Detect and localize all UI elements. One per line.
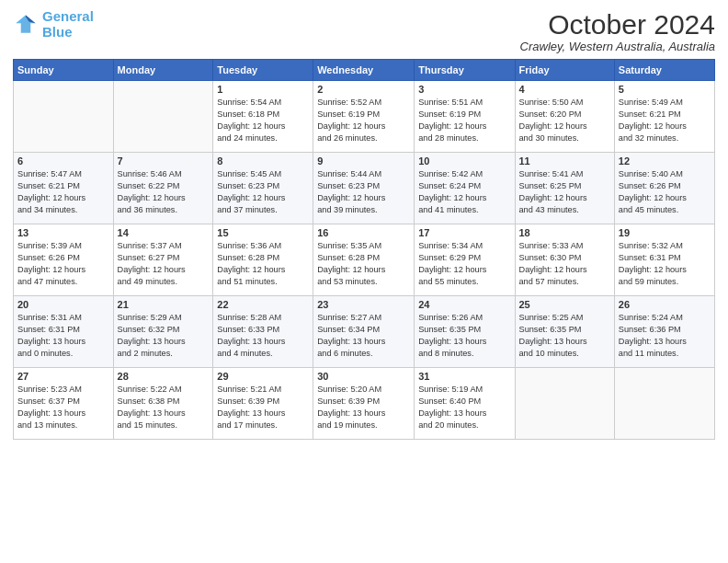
day-info: Sunrise: 5:33 AM Sunset: 6:30 PM Dayligh… bbox=[519, 240, 610, 288]
logo: GeneralBlue bbox=[13, 9, 94, 40]
calendar-day-header: Monday bbox=[113, 60, 213, 81]
calendar-cell: 24Sunrise: 5:26 AM Sunset: 6:35 PM Dayli… bbox=[415, 296, 515, 368]
day-info: Sunrise: 5:26 AM Sunset: 6:35 PM Dayligh… bbox=[418, 312, 510, 360]
day-number: 13 bbox=[17, 227, 109, 238]
calendar-cell: 27Sunrise: 5:23 AM Sunset: 6:37 PM Dayli… bbox=[14, 368, 114, 440]
day-info: Sunrise: 5:29 AM Sunset: 6:32 PM Dayligh… bbox=[118, 312, 210, 360]
day-number: 30 bbox=[317, 371, 410, 382]
day-info: Sunrise: 5:45 AM Sunset: 6:23 PM Dayligh… bbox=[217, 168, 309, 216]
day-info: Sunrise: 5:54 AM Sunset: 6:18 PM Dayligh… bbox=[217, 97, 309, 144]
calendar-cell: 5Sunrise: 5:49 AM Sunset: 6:21 PM Daylig… bbox=[614, 81, 714, 153]
day-number: 10 bbox=[418, 155, 510, 167]
day-number: 21 bbox=[118, 299, 210, 310]
day-info: Sunrise: 5:42 AM Sunset: 6:24 PM Dayligh… bbox=[418, 168, 510, 216]
calendar-week-row: 27Sunrise: 5:23 AM Sunset: 6:37 PM Dayli… bbox=[14, 368, 715, 440]
calendar-cell: 29Sunrise: 5:21 AM Sunset: 6:39 PM Dayli… bbox=[213, 368, 313, 440]
calendar-week-row: 13Sunrise: 5:39 AM Sunset: 6:26 PM Dayli… bbox=[14, 224, 715, 296]
day-info: Sunrise: 5:21 AM Sunset: 6:39 PM Dayligh… bbox=[217, 384, 309, 431]
calendar-cell: 4Sunrise: 5:50 AM Sunset: 6:20 PM Daylig… bbox=[515, 81, 614, 153]
location: Crawley, Western Australia, Australia bbox=[520, 40, 715, 53]
day-number: 29 bbox=[217, 371, 309, 382]
day-info: Sunrise: 5:35 AM Sunset: 6:28 PM Dayligh… bbox=[317, 240, 410, 288]
day-number: 5 bbox=[619, 84, 711, 95]
day-info: Sunrise: 5:20 AM Sunset: 6:39 PM Dayligh… bbox=[317, 384, 410, 431]
calendar-day-header: Saturday bbox=[614, 60, 714, 81]
day-number: 17 bbox=[418, 227, 510, 238]
calendar-header-row: SundayMondayTuesdayWednesdayThursdayFrid… bbox=[14, 60, 715, 81]
day-number: 8 bbox=[217, 155, 309, 167]
day-number: 28 bbox=[118, 371, 210, 382]
day-info: Sunrise: 5:19 AM Sunset: 6:40 PM Dayligh… bbox=[418, 384, 510, 431]
day-info: Sunrise: 5:39 AM Sunset: 6:26 PM Dayligh… bbox=[17, 240, 109, 288]
calendar-week-row: 20Sunrise: 5:31 AM Sunset: 6:31 PM Dayli… bbox=[14, 296, 715, 368]
calendar-cell: 20Sunrise: 5:31 AM Sunset: 6:31 PM Dayli… bbox=[14, 296, 114, 368]
day-number: 22 bbox=[217, 299, 309, 310]
day-number: 27 bbox=[17, 371, 109, 382]
calendar-cell: 8Sunrise: 5:45 AM Sunset: 6:23 PM Daylig… bbox=[213, 153, 313, 224]
day-number: 15 bbox=[217, 227, 309, 238]
calendar-cell: 15Sunrise: 5:36 AM Sunset: 6:28 PM Dayli… bbox=[213, 224, 313, 296]
calendar-week-row: 1Sunrise: 5:54 AM Sunset: 6:18 PM Daylig… bbox=[14, 81, 715, 153]
calendar-cell: 17Sunrise: 5:34 AM Sunset: 6:29 PM Dayli… bbox=[415, 224, 515, 296]
day-info: Sunrise: 5:36 AM Sunset: 6:28 PM Dayligh… bbox=[217, 240, 309, 288]
day-number: 16 bbox=[317, 227, 410, 238]
day-number: 19 bbox=[619, 227, 711, 238]
day-number: 24 bbox=[418, 299, 510, 310]
calendar-cell: 31Sunrise: 5:19 AM Sunset: 6:40 PM Dayli… bbox=[415, 368, 515, 440]
day-info: Sunrise: 5:51 AM Sunset: 6:19 PM Dayligh… bbox=[418, 97, 510, 144]
calendar-week-row: 6Sunrise: 5:47 AM Sunset: 6:21 PM Daylig… bbox=[14, 153, 715, 224]
day-info: Sunrise: 5:24 AM Sunset: 6:36 PM Dayligh… bbox=[619, 312, 711, 360]
title-block: October 2024 Crawley, Western Australia,… bbox=[520, 9, 715, 53]
day-info: Sunrise: 5:37 AM Sunset: 6:27 PM Dayligh… bbox=[118, 240, 210, 288]
day-info: Sunrise: 5:46 AM Sunset: 6:22 PM Dayligh… bbox=[118, 168, 210, 216]
calendar-cell: 22Sunrise: 5:28 AM Sunset: 6:33 PM Dayli… bbox=[213, 296, 313, 368]
day-number: 25 bbox=[519, 299, 610, 310]
day-info: Sunrise: 5:25 AM Sunset: 6:35 PM Dayligh… bbox=[519, 312, 610, 360]
day-number: 20 bbox=[17, 299, 109, 310]
calendar-day-header: Wednesday bbox=[313, 60, 415, 81]
calendar-cell: 11Sunrise: 5:41 AM Sunset: 6:25 PM Dayli… bbox=[515, 153, 614, 224]
day-number: 11 bbox=[519, 155, 610, 167]
calendar-cell: 6Sunrise: 5:47 AM Sunset: 6:21 PM Daylig… bbox=[14, 153, 114, 224]
calendar-cell: 26Sunrise: 5:24 AM Sunset: 6:36 PM Dayli… bbox=[614, 296, 714, 368]
day-number: 1 bbox=[217, 84, 309, 95]
day-number: 3 bbox=[418, 84, 510, 95]
day-info: Sunrise: 5:40 AM Sunset: 6:26 PM Dayligh… bbox=[619, 168, 711, 216]
calendar-cell: 9Sunrise: 5:44 AM Sunset: 6:23 PM Daylig… bbox=[313, 153, 415, 224]
calendar-cell: 12Sunrise: 5:40 AM Sunset: 6:26 PM Dayli… bbox=[614, 153, 714, 224]
calendar-cell: 18Sunrise: 5:33 AM Sunset: 6:30 PM Dayli… bbox=[515, 224, 614, 296]
calendar-cell: 16Sunrise: 5:35 AM Sunset: 6:28 PM Dayli… bbox=[313, 224, 415, 296]
logo-icon bbox=[13, 12, 39, 38]
day-info: Sunrise: 5:31 AM Sunset: 6:31 PM Dayligh… bbox=[17, 312, 109, 360]
day-number: 12 bbox=[619, 155, 711, 167]
day-number: 9 bbox=[317, 155, 410, 167]
day-info: Sunrise: 5:32 AM Sunset: 6:31 PM Dayligh… bbox=[619, 240, 711, 288]
calendar-cell: 7Sunrise: 5:46 AM Sunset: 6:22 PM Daylig… bbox=[113, 153, 213, 224]
day-number: 7 bbox=[118, 155, 210, 167]
calendar-cell: 2Sunrise: 5:52 AM Sunset: 6:19 PM Daylig… bbox=[313, 81, 415, 153]
day-number: 2 bbox=[317, 84, 410, 95]
calendar-cell: 25Sunrise: 5:25 AM Sunset: 6:35 PM Dayli… bbox=[515, 296, 614, 368]
day-info: Sunrise: 5:50 AM Sunset: 6:20 PM Dayligh… bbox=[519, 97, 610, 144]
day-number: 4 bbox=[519, 84, 610, 95]
calendar-cell: 23Sunrise: 5:27 AM Sunset: 6:34 PM Dayli… bbox=[313, 296, 415, 368]
calendar-cell: 14Sunrise: 5:37 AM Sunset: 6:27 PM Dayli… bbox=[113, 224, 213, 296]
day-info: Sunrise: 5:23 AM Sunset: 6:37 PM Dayligh… bbox=[17, 384, 109, 431]
calendar-cell bbox=[614, 368, 714, 440]
calendar-day-header: Thursday bbox=[415, 60, 515, 81]
day-info: Sunrise: 5:28 AM Sunset: 6:33 PM Dayligh… bbox=[217, 312, 309, 360]
calendar-cell bbox=[113, 81, 213, 153]
calendar-cell: 3Sunrise: 5:51 AM Sunset: 6:19 PM Daylig… bbox=[415, 81, 515, 153]
day-info: Sunrise: 5:47 AM Sunset: 6:21 PM Dayligh… bbox=[17, 168, 109, 216]
day-number: 6 bbox=[17, 155, 109, 167]
day-info: Sunrise: 5:41 AM Sunset: 6:25 PM Dayligh… bbox=[519, 168, 610, 216]
calendar-cell bbox=[14, 81, 114, 153]
day-number: 23 bbox=[317, 299, 410, 310]
logo-text: GeneralBlue bbox=[42, 9, 94, 40]
calendar-cell: 21Sunrise: 5:29 AM Sunset: 6:32 PM Dayli… bbox=[113, 296, 213, 368]
calendar-cell: 1Sunrise: 5:54 AM Sunset: 6:18 PM Daylig… bbox=[213, 81, 313, 153]
day-info: Sunrise: 5:27 AM Sunset: 6:34 PM Dayligh… bbox=[317, 312, 410, 360]
calendar-day-header: Friday bbox=[515, 60, 614, 81]
day-info: Sunrise: 5:22 AM Sunset: 6:38 PM Dayligh… bbox=[118, 384, 210, 431]
calendar-table: SundayMondayTuesdayWednesdayThursdayFrid… bbox=[13, 59, 715, 440]
